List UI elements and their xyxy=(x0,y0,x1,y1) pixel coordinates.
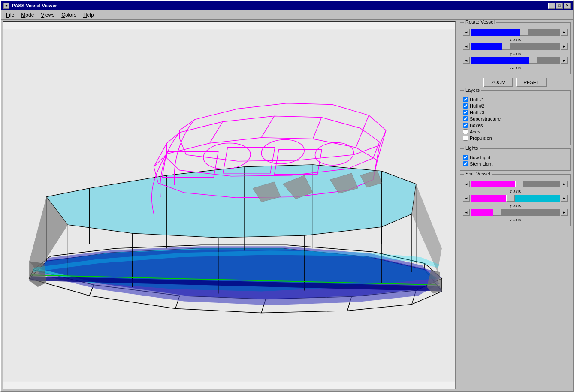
rotate-vessel-group: Rotate Vessel ◄ ► x-axis ◄ xyxy=(460,22,571,74)
layer-label-4[interactable]: Boxes xyxy=(470,123,483,128)
y-axis-label: y-axis xyxy=(463,51,568,56)
rotate-vessel-title: Rotate Vessel xyxy=(464,20,496,24)
layer-label-2[interactable]: Hull #3 xyxy=(470,110,484,115)
y-axis-left-arrow[interactable]: ◄ xyxy=(463,43,470,50)
x-axis-label: x-axis xyxy=(463,37,568,42)
layer-item-3: Superstructure xyxy=(463,116,568,121)
y-axis-right-arrow[interactable]: ► xyxy=(561,43,568,50)
x-axis-track[interactable] xyxy=(471,29,560,36)
y-axis-track[interactable] xyxy=(471,43,560,50)
lights-group: Lights Bow LightStern Light xyxy=(460,148,571,171)
layer-label-1[interactable]: Hull #2 xyxy=(470,103,484,109)
shift-z-axis-left-arrow[interactable]: ◄ xyxy=(463,209,470,216)
layer-label-0[interactable]: Hull #1 xyxy=(470,97,484,102)
z-axis-right-arrow[interactable]: ► xyxy=(561,57,568,64)
z-axis-label: z-axis xyxy=(463,66,568,70)
layers-title: Layers xyxy=(464,87,481,93)
layer-checkbox-6[interactable] xyxy=(463,136,468,141)
shift-vessel-title: Shift Vessel xyxy=(464,171,492,176)
layer-item-1: Hull #2 xyxy=(463,103,568,109)
x-axis-left-arrow[interactable]: ◄ xyxy=(463,29,470,36)
window-title: PASS Vessel Viewer xyxy=(12,3,57,8)
menu-colors[interactable]: Colors xyxy=(58,11,80,19)
layer-checkbox-0[interactable] xyxy=(463,97,468,102)
reset-button[interactable]: RESET xyxy=(516,78,547,87)
shift-x-axis-slider-row: ◄ ► xyxy=(463,181,568,187)
layer-checkbox-4[interactable] xyxy=(463,123,468,128)
layer-label-3[interactable]: Superstructure xyxy=(470,116,501,121)
layer-label-5[interactable]: Axes xyxy=(470,129,480,134)
main-window: ■ PASS Vessel Viewer _ □ ✕ File Mode Vie… xyxy=(0,0,574,392)
shift-z-axis-slider-row: ◄ ► xyxy=(463,209,568,216)
close-button[interactable]: ✕ xyxy=(564,3,571,9)
shift-vessel-group: Shift Vessel ◄ ► x-axis ◄ xyxy=(460,174,571,226)
menu-file[interactable]: File xyxy=(3,11,18,19)
title-bar-buttons: _ □ ✕ xyxy=(548,3,571,9)
light-item-1: Stern Light xyxy=(463,161,568,166)
shift-y-axis-slider-row: ◄ ► xyxy=(463,195,568,202)
shift-y-axis-right-arrow[interactable]: ► xyxy=(561,195,568,202)
layer-item-2: Hull #3 xyxy=(463,110,568,115)
x-axis-right-arrow[interactable]: ► xyxy=(561,29,568,36)
menu-help[interactable]: Help xyxy=(80,11,97,19)
light-checkbox-1[interactable] xyxy=(463,161,468,166)
lights-title: Lights xyxy=(464,145,480,151)
menu-mode[interactable]: Mode xyxy=(18,11,37,19)
shift-y-axis-track[interactable] xyxy=(471,195,560,202)
layer-item-6: Propulsion xyxy=(463,136,568,141)
light-label-0[interactable]: Bow Light xyxy=(470,155,490,160)
shift-x-axis-right-arrow[interactable]: ► xyxy=(561,181,568,187)
layer-checkbox-2[interactable] xyxy=(463,110,468,115)
light-item-0: Bow Light xyxy=(463,155,568,160)
layer-item-0: Hull #1 xyxy=(463,97,568,102)
3d-viewport[interactable] xyxy=(3,21,456,389)
layers-group: Layers Hull #1Hull #2Hull #3Superstructu… xyxy=(460,90,571,145)
maximize-button[interactable]: □ xyxy=(556,3,563,9)
shift-x-axis-track[interactable] xyxy=(471,181,560,187)
shift-z-axis-track[interactable] xyxy=(471,209,560,216)
layer-checkbox-3[interactable] xyxy=(463,116,468,121)
layer-checkbox-1[interactable] xyxy=(463,103,468,109)
shift-y-axis-left-arrow[interactable]: ◄ xyxy=(463,195,470,202)
menu-views[interactable]: Views xyxy=(37,11,58,19)
light-label-1[interactable]: Stern Light xyxy=(470,161,492,166)
side-panel: Rotate Vessel ◄ ► x-axis ◄ xyxy=(457,20,573,391)
z-axis-track[interactable] xyxy=(471,57,560,64)
shift-z-axis-label: z-axis xyxy=(463,217,568,222)
menu-bar: File Mode Views Colors Help xyxy=(1,10,573,20)
shift-z-axis-right-arrow[interactable]: ► xyxy=(561,209,568,216)
layer-checkbox-5[interactable] xyxy=(463,129,468,134)
window-icon: ■ xyxy=(3,3,9,9)
zoom-reset-row: ZOOM RESET xyxy=(460,78,571,87)
lights-list: Bow LightStern Light xyxy=(463,155,568,166)
zoom-button[interactable]: ZOOM xyxy=(483,78,513,87)
shift-x-axis-left-arrow[interactable]: ◄ xyxy=(463,181,470,187)
main-content: Rotate Vessel ◄ ► x-axis ◄ xyxy=(1,20,573,391)
z-axis-left-arrow[interactable]: ◄ xyxy=(463,57,470,64)
shift-x-axis-label: x-axis xyxy=(463,189,568,194)
minimize-button[interactable]: _ xyxy=(548,3,555,9)
y-axis-slider-row: ◄ ► xyxy=(463,43,568,50)
z-axis-slider-row: ◄ ► xyxy=(463,57,568,64)
x-axis-slider-row: ◄ ► xyxy=(463,29,568,36)
layer-label-6[interactable]: Propulsion xyxy=(470,136,492,141)
shift-y-axis-label: y-axis xyxy=(463,203,568,208)
layer-item-5: Axes xyxy=(463,129,568,134)
title-bar: ■ PASS Vessel Viewer _ □ ✕ xyxy=(1,1,573,10)
layers-list: Hull #1Hull #2Hull #3SuperstructureBoxes… xyxy=(463,97,568,141)
light-checkbox-0[interactable] xyxy=(463,155,468,160)
layer-item-4: Boxes xyxy=(463,123,568,128)
